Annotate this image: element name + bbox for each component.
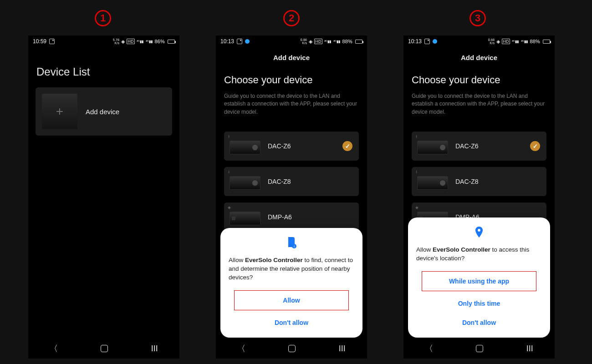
wifi-icon: ◈ bbox=[121, 39, 125, 45]
wifi-icon: ◈ bbox=[415, 205, 418, 210]
nav-recent[interactable]: III bbox=[339, 344, 346, 354]
choose-subtext: Guide you to connect the device to the L… bbox=[224, 92, 359, 116]
picture-icon bbox=[424, 39, 430, 44]
nav-home[interactable] bbox=[288, 345, 296, 352]
bluetooth-permission-icon: ᚼ bbox=[229, 237, 354, 252]
choose-heading: Choose your device bbox=[224, 74, 359, 86]
wifi-icon: ◈ bbox=[496, 39, 500, 45]
net-speed: 0.68K/s bbox=[488, 38, 495, 45]
status-bar: 10:59 5.78K/s ◈ HD ⁴ᴳ▮▮ ⁴ᴳ▮▮ 86% bbox=[28, 35, 179, 47]
battery-pct: 86% bbox=[154, 39, 165, 44]
while-using-app-button[interactable]: While using the app bbox=[422, 271, 536, 291]
dialog-message: Allow EverSolo Controller to find, conne… bbox=[229, 256, 354, 282]
nav-recent[interactable]: III bbox=[151, 344, 158, 354]
clock: 10:13 bbox=[408, 38, 422, 45]
device-list: ᚼ DAC-Z6 ✓ ᚼ DAC-Z8 ◈ DMP-A6 bbox=[216, 119, 367, 232]
add-device-card[interactable]: + Add device bbox=[36, 87, 172, 136]
picture-icon bbox=[237, 39, 242, 44]
app-header-title: Add device bbox=[216, 47, 367, 66]
page-title: Device List bbox=[28, 47, 179, 87]
system-nav: 〈 III bbox=[403, 339, 555, 359]
nav-home[interactable] bbox=[101, 345, 108, 352]
battery-pct: 88% bbox=[342, 39, 352, 44]
clock: 10:59 bbox=[33, 38, 46, 45]
battery-icon bbox=[543, 40, 550, 44]
app-notification-icon bbox=[433, 39, 437, 44]
signal-icon: ⁴ᴳ▮▮ bbox=[137, 40, 144, 44]
nav-back[interactable]: 〈 bbox=[237, 343, 245, 354]
hd-icon: HD bbox=[127, 39, 134, 44]
device-card-dac-z8[interactable]: ᚼ DAC-Z8 bbox=[412, 167, 546, 196]
add-device-label: Add device bbox=[86, 108, 119, 116]
only-this-time-button[interactable]: Only this time bbox=[416, 294, 542, 313]
device-name: DAC-Z6 bbox=[268, 142, 291, 150]
clock: 10:13 bbox=[220, 38, 234, 45]
choose-heading: Choose your device bbox=[412, 74, 546, 86]
wifi-icon: ◈ bbox=[228, 205, 231, 210]
net-speed: 0.86K/s bbox=[301, 38, 307, 45]
bluetooth-icon: ᚼ bbox=[415, 134, 418, 139]
hd-icon: HD bbox=[502, 39, 510, 44]
dont-allow-button[interactable]: Don't allow bbox=[416, 313, 542, 332]
picture-icon bbox=[49, 39, 55, 44]
bluetooth-icon: ᚼ bbox=[228, 134, 230, 139]
battery-icon bbox=[355, 40, 362, 44]
nav-back[interactable]: 〈 bbox=[425, 343, 433, 354]
app-notification-icon bbox=[245, 39, 250, 44]
system-nav: 〈 III bbox=[28, 339, 179, 359]
step-badge-1: 1 bbox=[95, 10, 111, 26]
bluetooth-icon: ᚼ bbox=[415, 170, 418, 174]
svg-text:ᚼ: ᚼ bbox=[293, 245, 295, 248]
nav-home[interactable] bbox=[476, 345, 483, 352]
selected-check-icon: ✓ bbox=[342, 141, 352, 151]
device-name: DAC-Z8 bbox=[455, 178, 479, 185]
svg-point-2 bbox=[478, 229, 480, 232]
system-nav: 〈 III bbox=[216, 339, 367, 359]
device-name: DAC-Z8 bbox=[268, 178, 291, 185]
selected-check-icon: ✓ bbox=[530, 141, 540, 151]
nav-back[interactable]: 〈 bbox=[50, 343, 58, 354]
dialog-message: Allow EverSolo Controller to access this… bbox=[416, 246, 542, 263]
status-bar: 10:13 0.86K/s ◈ HD ⁴ᴳ▮▮ ⁴ᴳ▮▮ 88% bbox=[216, 35, 367, 47]
step-badge-3: 3 bbox=[470, 10, 486, 26]
battery-icon bbox=[168, 40, 175, 44]
dont-allow-button[interactable]: Don't allow bbox=[229, 313, 354, 332]
device-card-dac-z6[interactable]: ᚼ DAC-Z6 ✓ bbox=[412, 131, 546, 161]
step-badge-2: 2 bbox=[283, 10, 300, 26]
signal-icon: ⁴ᴳ▮▮ bbox=[324, 40, 332, 44]
screen-choose-device-bt-dialog: 10:13 0.86K/s ◈ HD ⁴ᴳ▮▮ ⁴ᴳ▮▮ 88% Add dev… bbox=[216, 35, 367, 359]
choose-subtext: Guide you to connect the device to the L… bbox=[412, 92, 546, 116]
device-thumb bbox=[417, 176, 448, 190]
nav-recent[interactable]: III bbox=[526, 344, 533, 354]
net-speed: 5.78K/s bbox=[113, 38, 119, 45]
device-thumb bbox=[230, 141, 260, 154]
device-card-dac-z6[interactable]: ᚼ DAC-Z6 ✓ bbox=[224, 131, 359, 161]
device-thumb bbox=[417, 141, 448, 154]
device-thumb bbox=[230, 212, 260, 225]
app-header-title: Add device bbox=[403, 47, 555, 66]
signal-icon: ⁴ᴳ▮▮ bbox=[512, 40, 519, 44]
screen-device-list: 10:59 5.78K/s ◈ HD ⁴ᴳ▮▮ ⁴ᴳ▮▮ 86% Device … bbox=[28, 35, 179, 359]
screen-choose-device-location-dialog: 10:13 0.68K/s ◈ HD ⁴ᴳ▮▮ ⁴ᴳ▮▮ 88% Add dev… bbox=[403, 35, 555, 359]
nearby-devices-permission-dialog: ᚼ Allow EverSolo Controller to find, con… bbox=[220, 228, 362, 338]
device-name: DAC-Z6 bbox=[455, 142, 479, 150]
device-card-dmp-a6[interactable]: ◈ DMP-A6 bbox=[224, 202, 359, 232]
device-card-dac-z8[interactable]: ᚼ DAC-Z8 bbox=[224, 167, 359, 196]
allow-button[interactable]: Allow bbox=[234, 290, 349, 310]
location-permission-dialog: Allow EverSolo Controller to access this… bbox=[408, 217, 550, 338]
wifi-icon: ◈ bbox=[309, 39, 312, 45]
battery-pct: 88% bbox=[530, 39, 540, 44]
signal-icon-2: ⁴ᴳ▮▮ bbox=[146, 40, 153, 44]
device-list: ᚼ DAC-Z6 ✓ ᚼ DAC-Z8 ◈ DMP-A6 bbox=[403, 119, 555, 232]
location-permission-icon bbox=[416, 227, 542, 241]
status-bar: 10:13 0.68K/s ◈ HD ⁴ᴳ▮▮ ⁴ᴳ▮▮ 88% bbox=[403, 35, 555, 47]
bluetooth-icon: ᚼ bbox=[228, 170, 230, 174]
plus-icon: + bbox=[42, 94, 77, 129]
signal-icon-2: ⁴ᴳ▮▮ bbox=[521, 40, 528, 44]
device-thumb bbox=[230, 176, 260, 190]
hd-icon: HD bbox=[314, 39, 322, 44]
signal-icon-2: ⁴ᴳ▮▮ bbox=[333, 40, 341, 44]
device-name: DMP-A6 bbox=[268, 213, 292, 221]
